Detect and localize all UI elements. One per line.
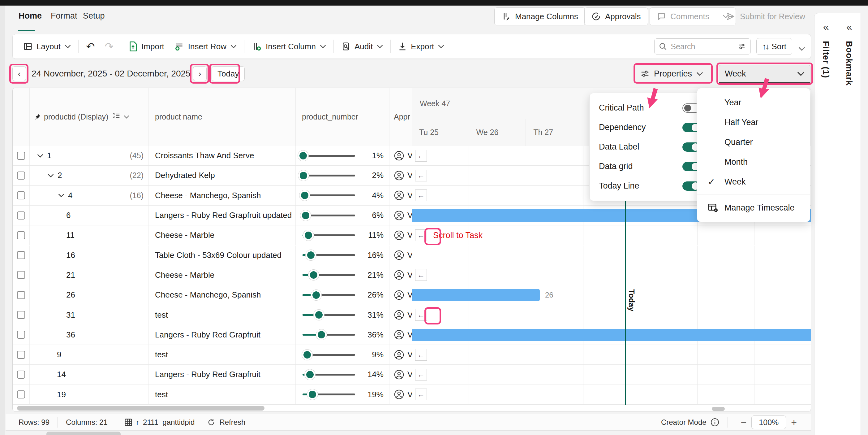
avatar-icon: [394, 369, 404, 380]
progress-slider[interactable]: [303, 314, 355, 316]
progress-slider[interactable]: [303, 195, 355, 196]
progress-slider[interactable]: [303, 175, 355, 176]
manage-timescale-item[interactable]: Manage Timescale: [697, 197, 810, 219]
gantt-horizontal-scrollbar[interactable]: [712, 407, 725, 411]
filter-sort-icon[interactable]: [111, 113, 121, 121]
row-checkbox[interactable]: [17, 172, 25, 180]
today-line-label: Today: [627, 289, 636, 312]
timescale-option-half-year[interactable]: Half Year: [697, 112, 810, 132]
check-icon: ✓: [708, 177, 715, 187]
audit-button[interactable]: Audit: [336, 42, 388, 51]
timescale-option-week[interactable]: ✓ Week: [697, 172, 810, 192]
bookmark-panel-tab[interactable]: « Bookmark: [838, 13, 861, 435]
annotation-arrow-timescale: [755, 78, 771, 99]
progress-slider[interactable]: [303, 374, 355, 376]
progress-slider[interactable]: [303, 274, 355, 276]
annotation-box-next-button: [190, 64, 209, 84]
collapse-chevron-icon[interactable]: [37, 154, 43, 157]
table-header: productid (Display) product name product…: [13, 88, 412, 146]
row-checkbox[interactable]: [17, 371, 25, 379]
tab-setup[interactable]: Setup: [83, 11, 105, 21]
zoom-out-button[interactable]: −: [736, 417, 752, 428]
tab-format[interactable]: Format: [51, 11, 78, 21]
product-name-column-header[interactable]: product name: [149, 88, 296, 146]
manage-columns-button[interactable]: Manage Columns: [494, 7, 585, 25]
progress-slider[interactable]: [303, 214, 355, 216]
row-checkbox[interactable]: [17, 331, 25, 339]
import-button[interactable]: Import: [124, 41, 169, 51]
table-name-item[interactable]: r_2111_ganttidpid: [124, 418, 195, 427]
row-checkbox[interactable]: [17, 351, 25, 359]
productid-column-header[interactable]: productid (Display): [30, 88, 149, 146]
gantt-task-bar[interactable]: [412, 329, 811, 341]
redo-button[interactable]: ↷: [100, 40, 119, 53]
refresh-button[interactable]: Refresh: [207, 418, 245, 427]
export-button[interactable]: Export: [393, 42, 449, 51]
row-checkbox[interactable]: [17, 251, 25, 259]
date-range-label: 24 November, 2025 - 02 December, 2025: [32, 69, 191, 79]
scroll-to-task-button[interactable]: ←: [415, 388, 427, 400]
table-row: 11 Cheese - Marble 11% V ← Scroll to Tas…: [13, 225, 811, 245]
collapse-panel-icon[interactable]: «: [823, 21, 829, 33]
avatar-icon: [394, 250, 404, 260]
insert-row-icon: [174, 41, 184, 51]
toolbar-overflow-chevron[interactable]: [798, 47, 805, 51]
scroll-to-task-button[interactable]: ←: [415, 369, 427, 380]
table-horizontal-scrollbar[interactable]: [17, 406, 265, 410]
chevron-down-icon[interactable]: [124, 115, 129, 119]
scroll-to-task-button[interactable]: ←: [415, 190, 427, 201]
progress-slider[interactable]: [303, 234, 355, 236]
zoom-in-button[interactable]: +: [786, 417, 802, 428]
undo-button[interactable]: ↶: [81, 40, 100, 53]
collapse-panel-icon[interactable]: «: [846, 21, 852, 33]
scroll-to-task-button[interactable]: ←: [415, 349, 427, 361]
submit-for-review-button[interactable]: Submit for Review: [726, 7, 805, 25]
progress-slider[interactable]: [303, 294, 355, 296]
timescale-option-quarter[interactable]: Quarter: [697, 132, 810, 152]
status-bar: Rows: 99 Columns: 21 r_2111_ganttidpid R…: [6, 414, 811, 431]
zoom-level[interactable]: 100%: [751, 415, 786, 429]
row-checkbox[interactable]: [17, 191, 25, 199]
filter-panel-tab[interactable]: « Filter (1): [814, 13, 838, 435]
approvals-button[interactable]: Approvals: [584, 7, 648, 25]
annotation-box-prev-button: [9, 64, 28, 84]
refresh-icon: [207, 418, 216, 427]
gantt-task-bar[interactable]: [412, 289, 540, 301]
table-grid-icon: [124, 418, 133, 427]
insert-column-button[interactable]: Insert Column: [247, 41, 331, 51]
row-checkbox[interactable]: [17, 231, 25, 239]
tab-home[interactable]: Home: [19, 11, 42, 21]
layout-button[interactable]: Layout: [18, 42, 76, 51]
row-checkbox[interactable]: [17, 311, 25, 319]
progress-slider[interactable]: [303, 254, 355, 256]
progress-slider[interactable]: [303, 155, 355, 157]
row-checkbox[interactable]: [17, 211, 25, 220]
row-checkbox[interactable]: [17, 390, 25, 399]
insert-row-button[interactable]: Insert Row: [169, 41, 242, 51]
timescale-option-month[interactable]: Month: [697, 152, 810, 172]
collapse-chevron-icon[interactable]: [58, 194, 64, 197]
avatar-icon: [394, 290, 404, 300]
approval-column-header[interactable]: Appr: [390, 88, 412, 146]
comments-button[interactable]: Comments: [650, 7, 736, 25]
table-row: 36 Langers - Ruby Red Grapfruit 36% V: [13, 325, 811, 345]
toolbar: Layout ↶ ↷ Import Insert Row Insert Colu…: [12, 34, 811, 59]
search-filter-icon[interactable]: [738, 42, 746, 51]
timescale-option-year[interactable]: Year: [697, 93, 810, 112]
row-checkbox[interactable]: [17, 152, 25, 160]
info-icon[interactable]: [710, 418, 719, 427]
progress-slider[interactable]: [303, 334, 355, 336]
row-checkbox[interactable]: [17, 291, 25, 299]
scroll-to-task-button[interactable]: ←: [415, 170, 427, 181]
product-number-column-header[interactable]: product_number: [296, 88, 390, 146]
select-all-column-header[interactable]: [13, 88, 30, 146]
progress-slider[interactable]: [303, 354, 355, 356]
scroll-to-task-button[interactable]: ←: [415, 269, 427, 281]
scroll-to-task-button[interactable]: ←: [415, 150, 427, 162]
search-input[interactable]: Search: [654, 38, 751, 55]
child-count: (16): [130, 191, 144, 200]
sort-button[interactable]: ↑↓ Sort: [756, 38, 792, 55]
progress-slider[interactable]: [303, 394, 355, 395]
row-checkbox[interactable]: [17, 271, 25, 279]
collapse-chevron-icon[interactable]: [48, 174, 54, 177]
